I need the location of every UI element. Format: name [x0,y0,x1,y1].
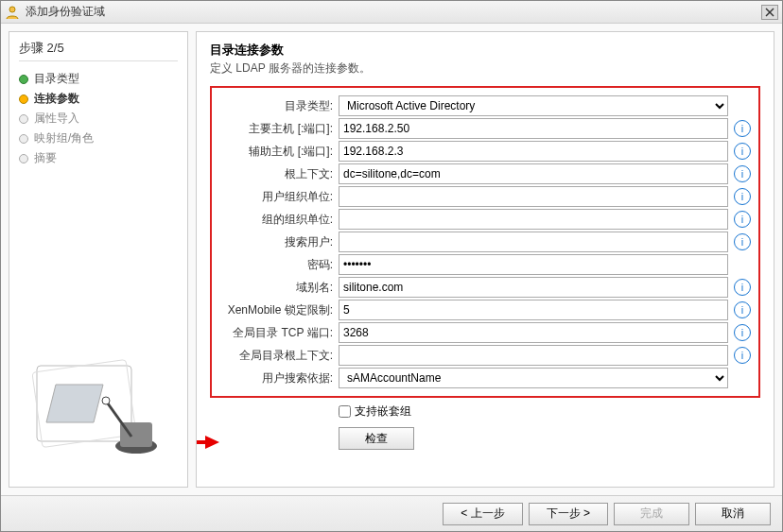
info-icon[interactable]: i [734,279,751,296]
label-password: 密码: [216,257,339,273]
next-button[interactable]: 下一步 > [529,503,608,525]
window-title: 添加身份验证域 [26,4,761,20]
row-lock-limit: XenMobile 锁定限制: i [216,300,751,320]
step-label: 摘要 [34,150,57,166]
label-lock-limit: XenMobile 锁定限制: [216,302,339,318]
info-icon[interactable]: i [734,143,751,160]
status-dot-done [19,75,28,84]
svg-point-9 [102,397,110,404]
step-label: 目录类型 [34,71,79,87]
page-subtitle: 定义 LDAP 服务器的连接参数。 [210,60,760,77]
row-gc-root: 全局目录根上下文: i [216,345,751,366]
finish-button: 完成 [614,503,689,525]
info-icon[interactable]: i [734,324,751,341]
label-user-search-by: 用户搜索依据: [216,370,339,386]
cancel-button[interactable]: 取消 [695,503,771,525]
row-user-search-by: 用户搜索依据: sAMAccountName [216,368,751,388]
label-secondary-host: 辅助主机 [:端口]: [216,144,339,160]
input-group-ou[interactable] [339,209,728,230]
info-icon[interactable]: i [734,188,751,205]
row-group-ou: 组的组织单位: i [216,209,751,230]
status-dot [19,134,28,144]
titlebar: 添加身份验证域 [1,1,782,24]
svg-point-0 [9,7,15,12]
info-icon[interactable]: i [734,165,751,182]
step-item-connection-params: 连接参数 [19,89,178,109]
close-button[interactable] [761,5,778,20]
info-icon[interactable]: i [734,301,751,318]
step-item-map-groups: 映射组/角色 [19,129,178,148]
input-domain-alias[interactable] [339,277,728,298]
row-password: 密码: [216,254,751,275]
input-user-ou[interactable] [339,186,728,207]
row-nested-groups: 支持嵌套组 [210,403,760,420]
step-item-summary: 摘要 [19,148,178,168]
arrow-annotation-icon [196,433,219,452]
row-domain-alias: 域别名: i [216,277,751,298]
input-secondary-host[interactable] [339,141,728,162]
wizard-sidebar: 步骤 2/5 目录类型 连接参数 属性导入 映射组/角色 摘要 [9,31,188,488]
close-icon [765,8,774,17]
select-directory-type[interactable]: Microsoft Active Directory [339,95,728,116]
step-label: 连接参数 [34,91,79,107]
select-user-search-by[interactable]: sAMAccountName [339,368,728,388]
input-primary-host[interactable] [339,118,728,139]
input-search-user[interactable] [339,232,728,252]
row-secondary-host: 辅助主机 [:端口]: i [216,141,751,162]
main-panel: 目录连接参数 定义 LDAP 服务器的连接参数。 目录类型: Microsoft… [196,31,774,488]
input-lock-limit[interactable] [339,300,728,320]
step-item-directory-type: 目录类型 [19,69,178,89]
label-gc-port: 全局目录 TCP 端口: [216,325,339,341]
info-icon[interactable]: i [734,211,751,228]
svg-marker-5 [46,385,103,422]
label-root-context: 根上下文: [216,166,339,182]
label-primary-host: 主要主机 [:端口]: [216,121,339,137]
step-counter: 步骤 2/5 [19,40,178,61]
step-list: 目录类型 连接参数 属性导入 映射组/角色 摘要 [19,69,178,168]
label-nested-groups: 支持嵌套组 [355,403,411,420]
info-icon[interactable]: i [734,233,751,250]
page-title: 目录连接参数 [210,42,760,59]
info-icon[interactable]: i [734,347,751,364]
wizard-illustration [19,168,178,479]
row-primary-host: 主要主机 [:端口]: i [216,118,751,139]
status-dot [19,114,28,124]
label-user-ou: 用户组织单位: [216,189,339,205]
row-directory-type: 目录类型: Microsoft Active Directory [216,95,751,116]
content-area: 步骤 2/5 目录类型 连接参数 属性导入 映射组/角色 摘要 [1,24,782,495]
svg-marker-11 [205,436,219,449]
step-label: 属性导入 [34,111,79,127]
dialog-window: 添加身份验证域 步骤 2/5 目录类型 连接参数 属性导入 映射组/角色 摘要 [0,0,783,532]
input-password[interactable] [339,254,728,275]
checkbox-nested-groups[interactable] [339,405,351,418]
check-button[interactable]: 检查 [339,427,414,450]
row-check-button: 检查 [210,427,760,450]
label-directory-type: 目录类型: [216,98,339,114]
row-user-ou: 用户组织单位: i [216,186,751,207]
back-button[interactable]: < 上一步 [443,503,522,525]
input-root-context[interactable] [339,163,728,184]
wizard-footer: < 上一步 下一步 > 完成 取消 [1,495,782,531]
label-search-user: 搜索用户: [216,234,339,250]
input-gc-port[interactable] [339,322,728,343]
input-gc-root[interactable] [339,345,728,366]
app-icon [5,5,20,20]
row-root-context: 根上下文: i [216,163,751,184]
info-icon[interactable]: i [734,120,751,137]
label-group-ou: 组的组织单位: [216,212,339,228]
label-gc-root: 全局目录根上下文: [216,348,339,364]
row-search-user: 搜索用户: i [216,232,751,252]
row-gc-port: 全局目录 TCP 端口: i [216,322,751,343]
step-label: 映射组/角色 [34,130,94,146]
status-dot [19,154,28,163]
status-dot-current [19,94,28,104]
form-highlight-box: 目录类型: Microsoft Active Directory 主要主机 [:… [210,86,760,398]
label-domain-alias: 域别名: [216,280,339,296]
step-item-attr-import: 属性导入 [19,109,178,129]
